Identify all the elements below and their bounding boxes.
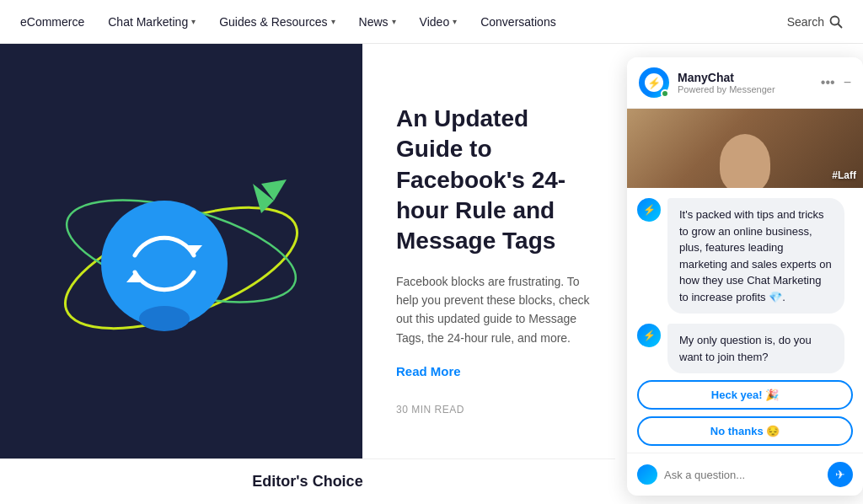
chat-image: #Laff xyxy=(627,109,863,188)
laff-tag: #Laff xyxy=(832,169,856,181)
chevron-down-icon: ▾ xyxy=(392,17,396,26)
chevron-down-icon: ▾ xyxy=(453,17,457,26)
chevron-down-icon: ▾ xyxy=(191,17,196,26)
chat-body: #Laff ⚡ It's packed with tips and tricks… xyxy=(627,109,863,453)
user-avatar xyxy=(637,464,657,485)
online-badge xyxy=(661,89,669,98)
chat-message-row: ⚡ My only question is, do you want to jo… xyxy=(637,324,853,373)
nav-item-conversations[interactable]: Conversations xyxy=(480,15,556,29)
bot-avatar: ⚡ xyxy=(637,324,661,347)
chat-widget: ⚡ ManyChat Powered by Messenger ••• − #L… xyxy=(627,57,863,496)
nav-item-news[interactable]: News ▾ xyxy=(359,15,396,29)
article-title: An Updated Guide to Facebook's 24-hour R… xyxy=(396,104,590,257)
minimize-button[interactable]: − xyxy=(844,75,851,90)
search-button[interactable]: Search xyxy=(787,15,843,29)
nav-items: eCommerce Chat Marketing ▾ Guides & Reso… xyxy=(20,15,787,29)
avatar: ⚡ xyxy=(639,67,669,98)
article-description: Facebook blocks are frustrating. To help… xyxy=(396,272,590,348)
main-content: An Updated Guide to Facebook's 24-hour R… xyxy=(0,44,863,504)
chat-subtitle: Powered by Messenger xyxy=(678,84,812,94)
send-icon: ✈ xyxy=(835,468,845,481)
chevron-down-icon: ▾ xyxy=(331,17,335,26)
chat-name: ManyChat xyxy=(678,71,812,84)
messenger-icon: ⚡ xyxy=(647,77,661,89)
hero-article: An Updated Guide to Facebook's 24-hour R… xyxy=(0,44,615,458)
svg-point-5 xyxy=(139,306,190,331)
read-time: 30 MIN READ xyxy=(396,404,590,416)
chat-header-info: ManyChat Powered by Messenger xyxy=(678,71,812,94)
bot-icon: ⚡ xyxy=(643,330,656,341)
svg-line-1 xyxy=(839,24,842,27)
hero-image xyxy=(0,44,362,458)
chat-input[interactable] xyxy=(664,469,821,481)
hero-section: An Updated Guide to Facebook's 24-hour R… xyxy=(0,44,615,504)
navbar: eCommerce Chat Marketing ▾ Guides & Reso… xyxy=(0,0,863,44)
nav-item-guides[interactable]: Guides & Resources ▾ xyxy=(219,15,335,29)
nav-item-ecommerce[interactable]: eCommerce xyxy=(20,15,84,29)
no-thanks-button[interactable]: No thanks 😔 xyxy=(637,416,853,446)
nav-item-video[interactable]: Video ▾ xyxy=(420,15,458,29)
send-button[interactable]: ✈ xyxy=(828,462,853,487)
bot-avatar: ⚡ xyxy=(637,198,661,222)
chat-bubble-2: My only question is, do you want to join… xyxy=(667,324,844,373)
hero-illustration xyxy=(38,108,324,394)
read-more-link[interactable]: Read More xyxy=(396,364,590,378)
person-image xyxy=(627,109,863,188)
chat-message-row: ⚡ It's packed with tips and tricks to gr… xyxy=(637,198,853,314)
chat-header: ⚡ ManyChat Powered by Messenger ••• − xyxy=(627,57,863,109)
chat-messages: ⚡ It's packed with tips and tricks to gr… xyxy=(627,188,863,373)
bot-icon: ⚡ xyxy=(643,204,656,216)
more-options-button[interactable]: ••• xyxy=(821,75,835,90)
chat-bubble-1: It's packed with tips and tricks to grow… xyxy=(667,198,844,314)
chat-action-buttons: Heck yea! 🎉 No thanks 😔 xyxy=(627,373,863,453)
hero-text: An Updated Guide to Facebook's 24-hour R… xyxy=(362,44,615,458)
chat-header-actions: ••• − xyxy=(821,75,851,90)
editors-choice-label: Editor's Choice xyxy=(0,458,615,504)
search-icon xyxy=(829,15,843,29)
nav-item-chat-marketing[interactable]: Chat Marketing ▾ xyxy=(108,15,196,29)
heck-yea-button[interactable]: Heck yea! 🎉 xyxy=(637,380,853,410)
chat-footer: ✈ xyxy=(627,453,863,496)
